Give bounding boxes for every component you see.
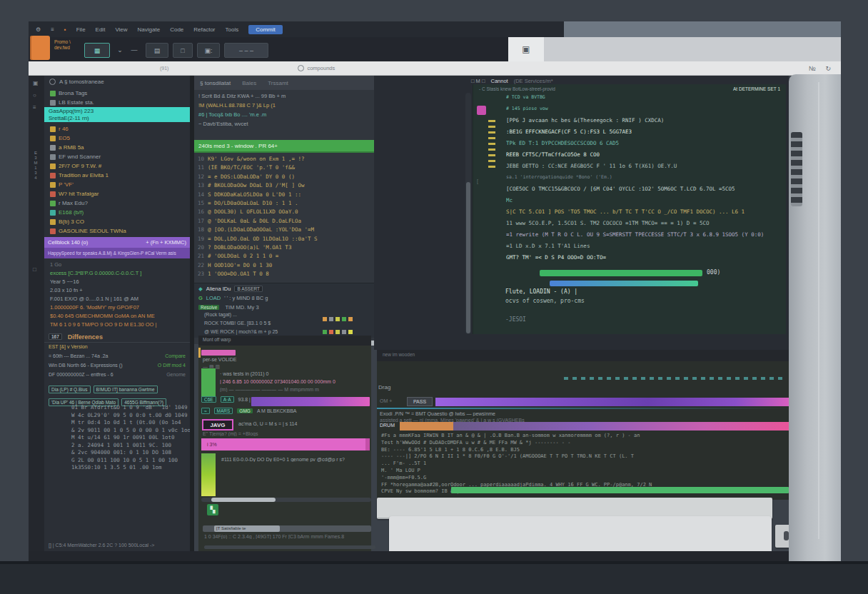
split-view-button[interactable]: ▣: [197,43,220,58]
progress-track[interactable]: [T Satisfiable te [203,525,371,532]
badge-row-1: C6E A·A 93.8 | [201,396,251,403]
drag-label: Drag [378,384,390,391]
search-icon [298,65,304,71]
tab-glyphs[interactable]: □ M □ [471,78,485,84]
tree-item[interactable]: GASOLINE SEOUL TWNa [44,226,190,236]
menu-item[interactable]: Tools [226,26,239,33]
code-line: 22H OOD1OO'= DO 0 1 30 [194,262,374,271]
tab-active[interactable]: Cannot [490,78,508,85]
bookmark-icon[interactable]: □ [29,181,44,273]
green-highlight-bar[interactable]: 240ls med 3 - window . PR 64+ [194,140,374,153]
tree-item[interactable]: W? hit Trafalgar [44,189,190,198]
tree-item[interactable]: LB Estate sta. [44,98,190,107]
diff-row[interactable]: = 60th --- Bezan ... 74a .2aCompare [44,353,190,363]
tab-files[interactable]: Bales [242,80,256,86]
code-line: S|C TC 5.CO1 ] POS 'TO5 TMOC ... b/T TC … [506,208,786,220]
chip[interactable]: GMG [237,408,253,413]
tree-item[interactable]: EO5 [44,134,190,143]
progress-thumb[interactable]: [T Satisfiable te [214,525,280,532]
preview-box[interactable]: ▣ [508,37,544,61]
menu-item[interactable]: Edit [96,26,106,33]
file-icon [50,145,56,151]
app-logo[interactable] [30,36,50,60]
tree-item[interactable]: P 'VF' [44,180,190,189]
tree-item[interactable]: B(b) 3 CO [44,217,190,226]
tree-item[interactable]: Tradition av Elvita 1 [44,171,190,180]
magenta-gradient-bar [453,422,789,431]
diff-row[interactable]: EST [&] v Version [44,344,190,353]
diff-row[interactable]: Win DB North 66 - Expressions ()O Diff m… [44,363,190,372]
status-dot [342,330,346,334]
menu-item[interactable]: View [115,26,127,33]
gear-icon[interactable]: ⚙ [36,26,41,33]
tree-selected-item[interactable]: GasAppq(tm) 223SrettaE(2-11 rn) [44,107,190,122]
address-field[interactable]: ‒ ‒ ‒ [224,43,268,58]
tree-item[interactable]: r Max Edu? [44,198,190,208]
tab-recent[interactable]: Trssamt [268,80,288,86]
chip[interactable]: A·A [221,396,234,403]
diff-rows: EST [&] v Version = 60th --- Bezan ... 7… [44,344,190,381]
gutter-fold-icon[interactable]: [ [477,178,478,183]
menu-item[interactable]: Code [170,26,183,33]
minimize-icon[interactable]: — [128,43,140,56]
tree-item[interactable]: a RMB 5a [44,143,190,152]
tree-item[interactable]: Brona Tags [44,89,190,98]
device-preview-button[interactable]: ▦ [84,43,110,58]
refresh-icon[interactable]: ↻ [825,65,831,72]
pink-progress-bar: i 3% [201,438,370,450]
file-icon [50,100,56,106]
number-icon[interactable]: № [809,65,816,72]
code-line: M. ' Ma LOU P [377,468,789,475]
tree-item[interactable]: r 46 [44,124,190,134]
run-config-button[interactable]: ▤ [146,43,168,58]
output-line: TM 6 1 0 9 6 TM/PO 9 OO 9 D M E1.30 OO | [44,321,190,330]
tab-inspection[interactable]: § tonsdilatat [200,80,231,86]
menu-item[interactable]: Navigate [138,26,161,33]
diff-row[interactable]: DF 000000000Z -- entfres - 6Genome [44,372,190,381]
search-side-icon[interactable]: ○ [29,86,44,99]
tree-item[interactable]: E168 (b/f) [44,208,190,217]
tree-item[interactable]: EF wnd Scanner [44,152,190,161]
file-icon [50,219,56,225]
diff-chip[interactable]: B!MUD IT] bananna Gwrtme [94,386,158,393]
chip[interactable]: C6E [201,396,216,403]
menu-item[interactable]: File [76,26,86,33]
diff-chip[interactable]: Dia (LP) # Q.Bius [49,386,91,393]
cyan-underline [377,408,789,409]
javg-badge[interactable]: JAVG [202,419,233,431]
gradle-elephant-icon[interactable]: ▚ [207,504,218,515]
code-line: BE: ---- 6.85'1 5 L8 1 + 1 8 0.C.6 ,8 E.… [377,447,789,454]
panel-seam [818,82,819,539]
file-icon [50,91,56,96]
toolbar-search-field[interactable]: compounds [298,65,335,71]
pass-tab[interactable]: PASS [407,397,433,406]
output-line: $0.40 645 GMECHMOMM GoMA on AN ME [44,313,190,321]
project-icon[interactable]: ▣ [29,76,44,86]
tree-purple-selection[interactable]: Cellblock 140 (o)+ (Fn + KXMMC) HappySpe… [44,237,190,258]
code-line: ~ Davb'Estiba, wvcet [194,121,374,130]
structure-icon[interactable]: ≡ [29,99,44,111]
diff-count-badge: 167 [49,333,62,340]
commit-button[interactable]: Commit [248,25,283,34]
tree-item[interactable]: 2F/7 OF 9 T.W. # [44,161,190,171]
chip[interactable]: ≈ [201,408,210,414]
breakpoint-marker[interactable] [477,106,486,115]
bottom-right-code: #Fs a mmmKFaa IRWIN B IT an & @ & | .O.B… [377,433,789,495]
middle-footer-panel: ◆ Aliena IDu B ASSERT G LOAD ' ' : y MIN… [194,283,374,338]
bottom-mid-scrollbar[interactable] [201,498,371,502]
copy-icon[interactable]: □ [173,43,193,58]
hamburger-icon[interactable]: ≡ [51,26,54,33]
chip[interactable]: MARS [214,408,233,414]
code-line: 16@ DOOL30) L OFLOL1LXD OOaY.0 [194,208,374,217]
code-line: '-mmm@mm=F0.5.G [377,475,789,482]
diff-panel-header[interactable]: 167 Differences [44,331,190,343]
code-line: =1 LD x.D x 7.1 T'A1 Lines [506,243,786,254]
menu-bar: ⚙ ≡ ▪ FileEditViewNavigateCodeRefactorTo… [29,21,564,37]
resolve-chip[interactable]: Resolve [198,305,219,310]
assert-chip[interactable]: B ASSERT [234,286,263,292]
editor-scrollbar-thumb[interactable] [466,182,470,333]
menu-item[interactable]: Refactor [193,26,215,33]
project-search-row[interactable]: A § tomostraneae [44,76,190,87]
chevron-down-icon[interactable]: ⌄ [114,43,126,56]
grid-row: & 2vc 904000 001: 0 1 10 DO 108 [44,449,190,457]
